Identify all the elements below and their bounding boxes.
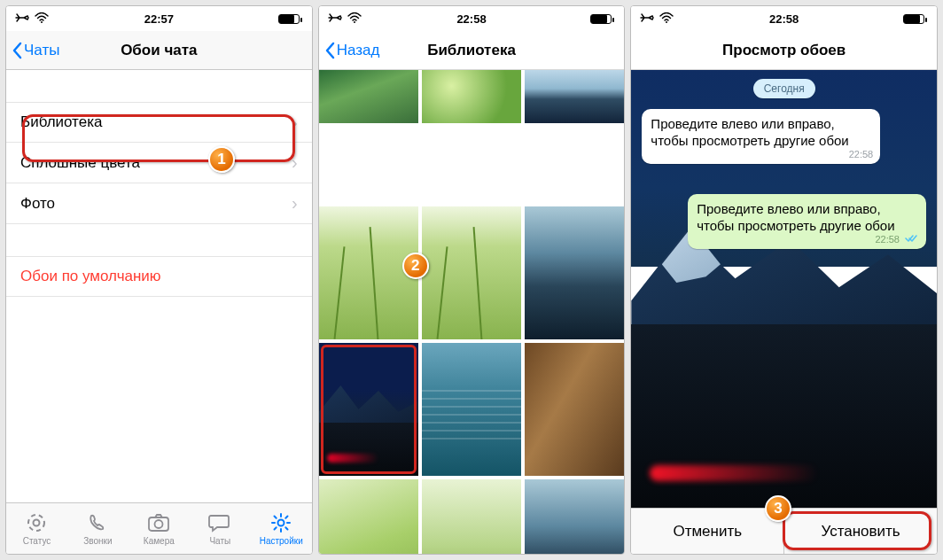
screen-preview: 22:58 Просмотр обоев Сегодня Проведите в…: [630, 5, 938, 555]
nav-bar: Чаты Обои чата: [6, 31, 312, 70]
tab-bar: Статус Звонки Камера Чаты Настройки: [6, 502, 312, 554]
cancel-button[interactable]: Отменить: [631, 509, 783, 554]
svg-point-1: [28, 515, 44, 531]
tab-label: Статус: [23, 536, 51, 546]
row-label: Сплошные цвета: [20, 154, 140, 172]
page-title: Просмотр обоев: [631, 42, 937, 59]
status-icon: [26, 511, 47, 534]
back-label: Назад: [337, 42, 380, 59]
clock: 22:57: [6, 12, 312, 26]
screen-library: 22:58 Назад Библиотека 2: [318, 5, 626, 555]
bubble-timestamp: 22:58: [875, 234, 919, 246]
wallpaper-thumb[interactable]: [319, 206, 418, 339]
wallpaper-thumb-selected[interactable]: [319, 343, 418, 476]
tab-label: Настройки: [260, 536, 303, 546]
wallpaper-thumb[interactable]: [525, 479, 624, 554]
button-label: Отменить: [673, 523, 742, 541]
wallpaper-thumb[interactable]: [319, 70, 418, 123]
svg-point-4: [155, 520, 163, 528]
options-list: Библиотека › Сплошные цвета › Фото ›: [6, 102, 312, 224]
wallpaper-thumb[interactable]: [422, 206, 521, 339]
row-label: Фото: [20, 195, 55, 213]
chevron-right-icon: ›: [292, 193, 298, 214]
status-bar: 22:58: [319, 6, 625, 31]
action-bar: Отменить Установить: [631, 508, 937, 554]
row-label: Обои по умолчанию: [20, 268, 161, 285]
chevron-left-icon: [324, 42, 335, 59]
battery-icon: [903, 14, 924, 24]
date-chip: Сегодня: [753, 79, 815, 98]
tab-chats[interactable]: Чаты: [190, 503, 251, 554]
row-library[interactable]: Библиотека ›: [6, 102, 312, 143]
phone-icon: [87, 511, 108, 534]
row-solid-colors[interactable]: Сплошные цвета ›: [6, 143, 312, 183]
incoming-bubble: Проведите влево или вправо, чтобы просмо…: [642, 109, 880, 164]
wallpaper-thumb[interactable]: [319, 479, 418, 554]
clock: 22:58: [631, 12, 937, 26]
nav-bar: Назад Библиотека: [319, 31, 625, 70]
back-button[interactable]: Чаты: [6, 42, 59, 59]
chats-icon: [208, 511, 231, 534]
back-label: Чаты: [24, 42, 59, 59]
screen-wallpaper-settings: 22:57 Чаты Обои чата Библиотека › Сплошн…: [5, 5, 313, 555]
read-ticks-icon: [905, 234, 919, 246]
wallpaper-thumb[interactable]: [525, 343, 624, 476]
wallpaper-thumb[interactable]: [422, 479, 521, 554]
tab-settings[interactable]: Настройки: [251, 503, 312, 554]
camera-icon: [147, 511, 170, 534]
wallpaper-grid: [319, 70, 625, 554]
tab-status[interactable]: Статус: [6, 503, 67, 554]
bubble-text: Проведите влево или вправо, чтобы просмо…: [651, 116, 848, 148]
row-default-wallpaper[interactable]: Обои по умолчанию: [6, 256, 312, 297]
gear-icon: [270, 511, 292, 534]
tab-label: Чаты: [209, 536, 230, 546]
wallpaper-thumb[interactable]: [422, 70, 521, 123]
tab-camera[interactable]: Камера: [129, 503, 190, 554]
chevron-right-icon: ›: [292, 152, 298, 173]
row-photo[interactable]: Фото ›: [6, 183, 312, 224]
wallpaper-thumb[interactable]: [422, 343, 521, 476]
status-bar: 22:57: [6, 6, 312, 31]
back-button[interactable]: Назад: [319, 42, 380, 59]
chevron-left-icon: [12, 42, 22, 59]
status-bar: 22:58: [631, 6, 937, 31]
bubble-text: Проведите влево или вправо, чтобы просмо…: [697, 201, 894, 233]
wallpaper-thumb[interactable]: [525, 206, 624, 339]
button-label: Установить: [821, 523, 900, 541]
svg-point-2: [34, 520, 40, 526]
clock: 22:58: [319, 12, 625, 26]
row-label: Библиотека: [20, 113, 102, 131]
set-button[interactable]: Установить: [784, 509, 937, 554]
battery-icon: [590, 14, 612, 24]
wallpaper-thumb[interactable]: [525, 70, 624, 123]
bubble-timestamp: 22:58: [849, 149, 874, 161]
outgoing-bubble: Проведите влево или вправо, чтобы просмо…: [688, 194, 926, 249]
nav-bar: Просмотр обоев: [631, 31, 937, 70]
tab-label: Звонки: [83, 536, 112, 546]
tab-calls[interactable]: Звонки: [67, 503, 129, 554]
tab-label: Камера: [144, 536, 175, 546]
battery-icon: [278, 14, 300, 24]
chevron-right-icon: ›: [292, 113, 298, 133]
wallpaper-preview[interactable]: Сегодня Проведите влево или вправо, чтоб…: [631, 70, 937, 508]
svg-point-5: [278, 520, 284, 526]
